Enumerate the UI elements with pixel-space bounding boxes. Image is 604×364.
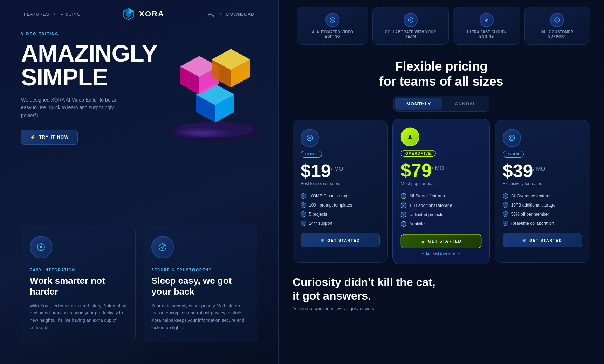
plan-badge-core: CORE [301,151,322,158]
pricing-card-core: CORE $19/ MO Best for solo creators ✓100… [293,120,388,263]
svg-point-30 [511,138,512,139]
plan-price-core: $19/ MO [301,162,380,180]
plan-feature-od-2: ✓Unlimited projects [401,212,482,218]
plan-feature-team-2: ✓50% off per member [503,211,582,217]
plan-features-core: ✓100MB Cloud storage ✓100+ prompt templa… [301,193,380,226]
check-team-0: ✓ [503,193,508,199]
security-icon [158,242,167,252]
feature-icon-integration [30,236,52,258]
check-team-3: ✓ [503,220,508,226]
hero-cube-svg [159,38,271,144]
hero-title-line1: AMAZINGLY [21,40,157,66]
plan-desc-overdrive: Most popular plan [401,181,482,186]
nav-faq[interactable]: FAQ [203,10,218,18]
plan-feature-core-0: ✓100MB Cloud storage [301,193,380,199]
plan-feature-od-1: ✓1TB additional storage [401,203,482,208]
ai-editing-icon [325,13,339,27]
plan-feature-core-1: ✓100+ prompt templates [301,202,380,208]
feature-cards: EASY INTEGRATION Work smarter not harder… [0,215,278,353]
get-started-core[interactable]: ◉ GET STARTED [301,233,380,247]
nav-right: FAQ DOWNLOAD [203,10,257,18]
pricing-card-team: TEAM $39/ MO Exclusively for teams ✓All … [495,120,590,263]
plan-feature-team-3: ✓Real-time collaboration [503,220,582,226]
billing-toggle: MONTHLY ANNUAL [393,96,489,112]
pricing-header: Flexible pricingfor teams of all sizes M… [293,59,590,112]
plan-icon-team [503,129,521,147]
feature-desc-security: Your data security is our priority. With… [151,302,248,331]
top-feature-collaborate: COLLABORATE WITH YOUR TEAM [372,7,448,45]
plan-icon-overdrive [401,128,419,146]
get-started-icon-team: ◉ [522,238,527,243]
faq-subtitle: You've got questions, we've got answers. [293,306,590,311]
top-feature-support: ✦ 24 / 7 CUSTOMER SUPPORT [524,7,590,45]
get-started-overdrive[interactable]: ▲ GET STARTED [401,234,482,248]
check-team-2: ✓ [503,211,508,217]
plan-badge-overdrive: OVERDRIVE [401,150,436,157]
pricing-cards: CORE $19/ MO Best for solo creators ✓100… [293,120,590,263]
svg-point-15 [170,128,233,138]
feature-card-security: SECURE & TRUSTWORTHY Sleep easy, we got … [143,225,257,342]
svg-text:✦: ✦ [556,19,558,22]
faq-title: Curiosity didn't kill the cat,it got ans… [293,275,590,302]
get-started-icon-overdrive: ▲ [421,239,426,243]
plan-desc-team: Exclusively for teams [503,181,582,186]
nav-dot-1 [54,13,55,15]
support-icon: ✦ [550,13,564,27]
check-od-2: ✓ [401,212,406,218]
integration-icon [36,242,46,252]
logo[interactable]: XORA [122,8,164,20]
check-core-0: ✓ [301,193,306,199]
plan-feature-team-1: ✓10TB additional storage [503,202,582,208]
check-core-2: ✓ [301,211,306,217]
feature-desc-integration: With Xora, tedious tasks are history. Au… [30,302,127,331]
cloud-icon [480,13,494,27]
collaborate-icon [404,13,418,27]
svg-point-26 [308,136,311,139]
hero-description: We designed XORA AI Video Editor to be a… [21,96,126,119]
plan-feature-od-0: ✓All Starter features [401,193,482,199]
lightning-icon: ⚡ [30,134,36,140]
billing-annual-button[interactable]: ANNUAL [444,98,487,110]
nav-dot-2 [220,13,221,15]
plan-feature-core-2: ✓5 projects [301,211,380,217]
get-started-icon-core: ◉ [321,238,325,243]
feature-tag-integration: EASY INTEGRATION [30,268,127,272]
svg-marker-27 [408,134,412,140]
check-core-3: ✓ [301,220,306,226]
check-od-1: ✓ [401,203,406,208]
feature-card-integration: EASY INTEGRATION Work smarter not harder… [21,225,136,342]
hero-3d-visual [142,18,279,164]
top-features-bar: AI AUTOMATED VIDEO EDITING COLLABORATE W… [293,0,590,52]
logo-icon [122,8,136,20]
top-feature-label-support: 24 / 7 CUSTOMER SUPPORT [533,30,581,39]
check-core-1: ✓ [301,202,306,208]
plan-feature-od-3: ✓Analytics [401,221,482,227]
nav-pricing[interactable]: PRICING [57,10,83,18]
billing-monthly-button[interactable]: MONTHLY [395,98,442,110]
navigation: FEATURES PRICING XORA FAQ DOWNLOAD [0,0,278,28]
nav-download[interactable]: DOWNLOAD [223,10,257,18]
top-feature-ai-editing: AI AUTOMATED VIDEO EDITING [297,7,368,45]
plan-feature-core-3: ✓24/7 support [301,220,380,226]
hero-cta-button[interactable]: ⚡ TRY IT NOW [21,130,78,145]
check-od-3: ✓ [401,221,406,227]
right-panel: AI AUTOMATED VIDEO EDITING COLLABORATE W… [279,0,604,364]
plan-features-overdrive: ✓All Starter features ✓1TB additional st… [401,193,482,227]
top-feature-label-ai: AI AUTOMATED VIDEO EDITING [306,30,359,39]
svg-point-22 [410,19,411,21]
nav-features[interactable]: FEATURES [21,10,52,18]
feature-title-integration: Work smarter not harder [30,275,127,297]
feature-title-security: Sleep easy, we got your back [151,275,248,297]
plan-price-overdrive: $79/ MO [401,161,482,180]
top-feature-label-collaborate: COLLABORATE WITH YOUR TEAM [381,30,440,39]
pricing-card-overdrive: OVERDRIVE $79/ MO Most popular plan ✓All… [393,119,490,264]
nav-left: FEATURES PRICING [21,10,83,18]
hero-title-line2: SIMPLE [21,64,108,90]
plan-features-team: ✓All Overdrive features ✓10TB additional… [503,193,582,226]
top-feature-cloud: ULTRA FAST CLOUD-ENGINE [453,7,520,45]
hero-cta-label: TRY IT NOW [39,135,69,140]
feature-icon-security [151,236,174,258]
plan-badge-team: TEAM [503,151,524,158]
get-started-team[interactable]: ◉ GET STARTED [503,233,582,247]
svg-point-17 [40,246,42,248]
